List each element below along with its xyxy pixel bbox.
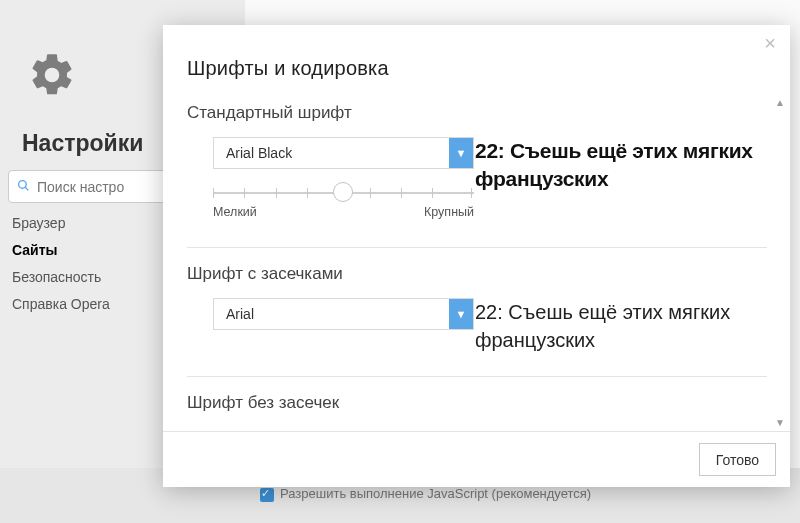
section-divider (187, 247, 767, 248)
scroll-down-icon[interactable]: ▼ (772, 415, 788, 431)
serif-font-label: Шрифт с засечками (187, 264, 766, 284)
background-footer-text: Разрешить выполнение JavaScript (рекомен… (280, 486, 591, 501)
standard-font-select[interactable]: Arial Black ▼ (213, 137, 474, 169)
dialog-title: Шрифты и кодировка (187, 57, 389, 80)
sidebar-nav: Браузер Сайты Безопасность Справка Opera (12, 215, 110, 312)
standard-font-preview: 22: Съешь ещё этих мягких французских (475, 137, 766, 194)
chevron-down-icon: ▼ (449, 299, 473, 329)
close-icon: × (764, 32, 776, 54)
scroll-up-icon[interactable]: ▲ (772, 95, 788, 111)
standard-font-preview-col: 22: Съешь ещё этих мягких французских (475, 137, 766, 194)
section-divider (187, 376, 767, 377)
slider-track[interactable] (213, 187, 474, 199)
serif-font-preview-col: 22: Съешь ещё этих мягких французских (475, 298, 766, 354)
serif-font-row: Arial ▼ 22: Съешь ещё этих мягких францу… (187, 298, 766, 354)
chevron-down-icon: ▼ (449, 138, 473, 168)
serif-font-preview: 22: Съешь ещё этих мягких французских (475, 298, 766, 354)
sidebar-item-browser[interactable]: Браузер (12, 215, 110, 231)
standard-font-select-value: Arial Black (214, 145, 292, 161)
standard-font-label: Стандартный шрифт (187, 103, 766, 123)
slider-knob[interactable] (333, 182, 353, 202)
done-button[interactable]: Готово (699, 443, 776, 476)
serif-font-select[interactable]: Arial ▼ (213, 298, 474, 330)
gear-icon (27, 50, 77, 100)
checkbox-icon[interactable] (260, 488, 274, 502)
dialog-scrollbar[interactable]: ▲ ▼ (772, 95, 788, 431)
serif-font-controls: Arial ▼ (187, 298, 461, 330)
font-size-slider[interactable]: Мелкий Крупный (213, 187, 474, 219)
sidebar-item-help[interactable]: Справка Opera (12, 296, 110, 312)
sans-font-label: Шрифт без засечек (187, 393, 766, 413)
svg-point-0 (19, 180, 27, 188)
sidebar-item-sites[interactable]: Сайты (12, 242, 110, 258)
slider-labels: Мелкий Крупный (213, 205, 474, 219)
slider-max-label: Крупный (424, 205, 474, 219)
close-button[interactable]: × (760, 33, 780, 53)
fonts-encoding-dialog: × Шрифты и кодировка ▲ ▼ Стандартный шри… (163, 25, 790, 487)
dialog-body: ▲ ▼ Стандартный шрифт Arial Black ▼ (163, 95, 790, 431)
page-title: Настройки (22, 130, 143, 157)
sidebar-item-security[interactable]: Безопасность (12, 269, 110, 285)
standard-font-row: Arial Black ▼ (187, 137, 766, 225)
svg-line-1 (25, 187, 28, 190)
slider-min-label: Мелкий (213, 205, 257, 219)
standard-font-controls: Arial Black ▼ (187, 137, 461, 225)
serif-font-select-value: Arial (214, 306, 254, 322)
search-icon (17, 179, 30, 195)
dialog-footer: Готово (163, 431, 790, 487)
scroll-track[interactable] (772, 111, 788, 415)
